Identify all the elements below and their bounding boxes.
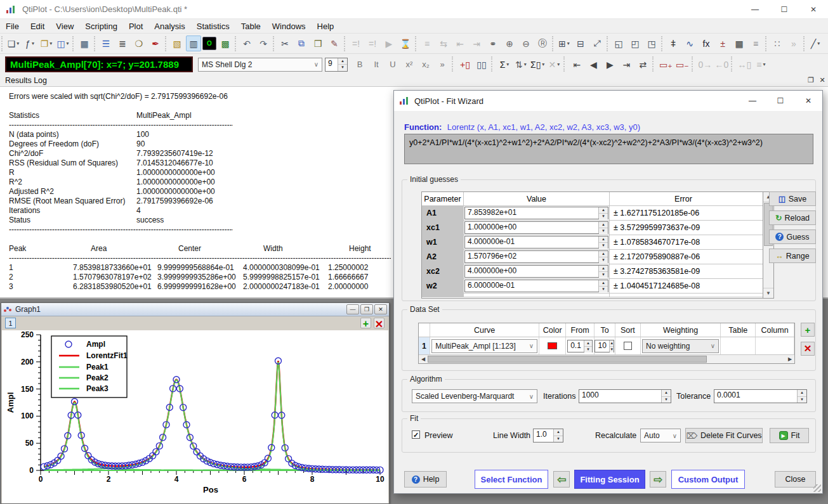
dialog-close-button[interactable]: ✕ [794,91,822,111]
align-icon[interactable]: ≡ [753,56,768,72]
underline-button[interactable]: U [385,56,400,72]
cut-icon[interactable]: ✂ [277,36,292,51]
font-size-spinner[interactable]: 9▲▼ [325,58,348,72]
graph-close-button[interactable]: ✕ [374,304,387,314]
previous-page-button[interactable]: ⇦ [553,471,570,488]
go-next-icon[interactable]: ▶ [602,56,617,72]
find-icon[interactable]: ⚭ [485,36,501,51]
zoom-out-icon[interactable]: ⊖ [518,36,534,51]
fitting-session-button[interactable]: Fitting Session [574,470,645,489]
decimal-format-icon[interactable]: ←0 [714,56,729,72]
add-row-icon[interactable]: ▭₊ [658,56,673,72]
add-column-icon[interactable]: +▯ [457,56,473,72]
column-stats-icon[interactable]: Σ▯ [530,56,545,72]
redo-icon[interactable]: ↷ [256,36,271,51]
guess-button[interactable]: ?Guess [769,229,816,244]
indent-icon[interactable]: ⇤ [452,36,468,51]
recalculate-combo[interactable]: Auto∨ [640,429,681,443]
go-first-icon[interactable]: ⇤ [569,56,584,72]
menu-view[interactable]: View [50,20,79,32]
delete-fit-curves-button[interactable]: ⌦Delete Fit Curves [685,428,763,443]
menu-table[interactable]: Table [235,20,266,32]
sort-checkbox[interactable] [624,342,632,350]
comment-icon[interactable]: ≡ [419,36,435,51]
plot-wizard-icon[interactable]: ∷ [770,36,785,51]
save-button[interactable]: ◫Save [769,191,816,206]
reload-button[interactable]: ↻Reload [769,210,816,225]
results-log-icon[interactable]: ▥ [186,36,201,51]
fx-icon[interactable]: fx [699,36,714,51]
to-spinner[interactable]: 10▲▼ [595,340,614,352]
execute-all-icon[interactable]: =! [365,36,380,51]
zoom-in-icon[interactable]: ⊕ [502,36,517,51]
help-button[interactable]: ?Help [404,471,447,488]
menu-statistics[interactable]: Statistics [191,20,235,32]
open-project-icon[interactable]: ❐ [39,36,54,51]
value-spinner[interactable]: 4.000000e-01▲▼ [464,236,608,249]
fit-wizard-titlebar[interactable]: QtiPlot - Fit Wizard — ☐ ✕ [394,91,822,111]
remove-curve-button[interactable]: ✕ [801,342,815,356]
project-explorer-icon[interactable]: ▧ [169,36,185,51]
print-preview-icon[interactable]: ❍ [131,36,147,51]
add-inset-layer-icon[interactable]: ⊟ [573,36,588,51]
next-page-button[interactable]: ⇨ [650,471,666,488]
close-dialog-button[interactable]: Close [775,471,816,488]
dialog-maximize-button[interactable]: ☐ [766,91,794,111]
paste-icon[interactable]: ❒ [310,36,325,51]
save-project-icon[interactable]: ◫ [55,36,70,51]
delete-data-icon[interactable]: ✕ [546,56,562,72]
menu-windows[interactable]: Windows [266,20,312,32]
weighting-combo[interactable]: No weighting∨ [642,339,719,353]
value-spinner[interactable]: 1.570796e+02▲▼ [464,250,608,263]
extract-layers-icon[interactable]: ≡ [748,36,763,51]
add-curve-button[interactable]: + [801,323,815,337]
table-grid-icon[interactable]: ▦ [732,36,747,51]
print-icon[interactable]: ≣ [115,36,130,51]
export-pdf-icon[interactable]: ✒ [148,36,163,51]
data-set-hscrollbar[interactable]: ◀▶ [419,354,794,363]
dock-float-icon[interactable]: ❐ [805,76,817,84]
arrange-layers-icon[interactable]: ◱ [611,36,626,51]
plot-canvas[interactable]: 0246810050100150200250PosAmplAmplLorentz… [2,330,388,503]
graph-minimize-button[interactable]: — [346,304,359,314]
error-bars-icon[interactable]: ǂ [666,36,681,51]
tolerance-spinner[interactable]: 0.0001▲▼ [714,389,807,403]
menu-edit[interactable]: Edit [25,20,50,32]
layer-tab-1[interactable]: 1 [5,318,16,328]
scroll-down-icon[interactable]: ▼ [763,288,773,298]
from-spinner[interactable]: 0.1▲▼ [567,340,593,352]
more-format-button[interactable]: » [435,56,450,72]
resize-grip[interactable] [813,484,821,492]
bold-button[interactable]: B [352,56,367,72]
font-combo[interactable]: MS Shell Dlg 2∨ [198,58,322,72]
close-button[interactable]: ✕ [799,0,828,19]
range-button[interactable]: ↔Range [769,249,816,263]
arrange-custom-icon[interactable]: ◳ [644,36,659,51]
custom-output-button[interactable]: Custom Output [671,470,745,489]
value-spinner[interactable]: 6.000000e-01▲▼ [464,280,608,292]
select-function-button[interactable]: Select Function [475,470,548,489]
delete-row-icon[interactable]: ▭₋ [674,56,690,72]
menu-scripting[interactable]: Scripting [79,20,123,32]
outdent-icon[interactable]: ⇥ [469,36,484,51]
value-spinner[interactable]: 4.000000e+00▲▼ [464,265,608,278]
execute-line-icon[interactable]: =! [348,36,364,51]
color-swatch[interactable] [548,342,557,349]
preview-checkbox[interactable]: ✓ [412,430,420,439]
remove-layer-button[interactable]: ✕ [374,318,384,328]
value-spinner[interactable]: 7.853982e+01▲▼ [464,207,608,219]
dock-close-icon[interactable]: ✕ [817,76,828,84]
sort-icon[interactable]: ⇅ [513,56,529,72]
resize-canvas-icon[interactable]: ⤢ [589,36,605,51]
menu-plot[interactable]: Plot [123,20,148,32]
hscroll-thumb[interactable] [428,356,707,363]
draw-line-icon[interactable]: ╱ [808,36,823,51]
subscript-button[interactable]: x₂ [418,56,433,72]
graph-restore-button[interactable]: ❐ [360,304,373,314]
set-values-icon[interactable]: ± [715,36,730,51]
arrange-grid-icon[interactable]: ◰ [628,36,643,51]
go-previous-icon[interactable]: ◀ [586,56,601,72]
image-profile-icon[interactable]: ▩ [218,36,233,51]
plot-function-icon[interactable]: ƒ [22,36,37,51]
copy-icon[interactable]: ⧉ [294,36,309,51]
